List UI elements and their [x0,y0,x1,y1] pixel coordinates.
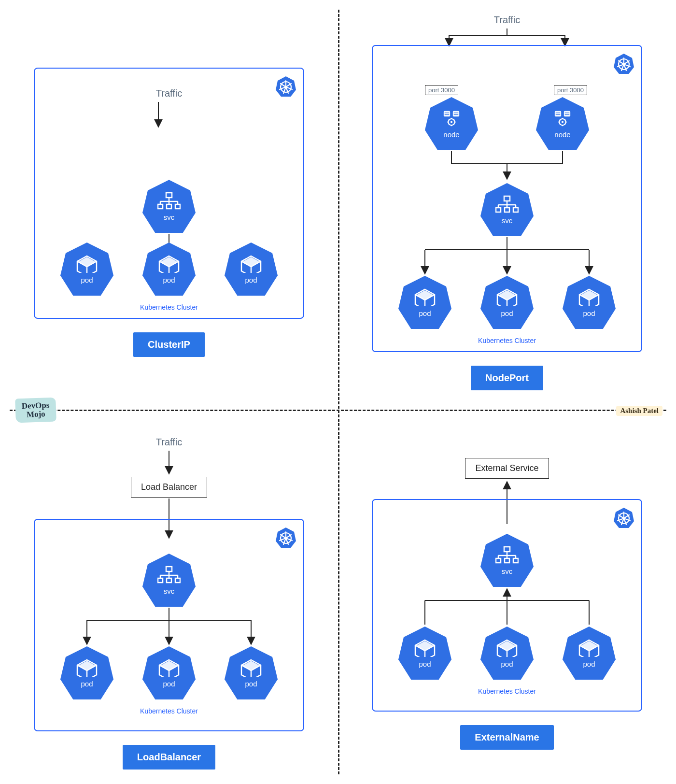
pod-label: pod [419,309,431,317]
external-service-box: External Service [465,458,549,479]
pod-label: pod [501,660,513,668]
kubernetes-icon [613,53,634,74]
svc-label: svc [502,216,513,225]
traffic-label: Traffic [494,14,520,26]
pod-label: pod [163,680,175,688]
svc-icon: svc [480,183,534,236]
node-icon: node [536,97,589,150]
load-balancer-box: Load Balancer [131,477,207,498]
pod-icon: pod [480,627,534,680]
service-type-title: NodePort [471,366,543,390]
pod-icon: pod [142,242,196,296]
cluster-caption: Kubernetes Cluster [478,337,536,344]
pod-icon: pod [480,276,534,329]
pod-icon: pod [398,627,451,680]
pod-label: pod [245,276,257,284]
pod-icon: pod [225,646,278,699]
svc-label: svc [164,213,175,221]
quadrant-externalname: External Service svc pod pod pod Kuberne… [338,410,676,784]
svc-label: svc [164,587,175,595]
traffic-label: Traffic [156,437,182,448]
pod-label: pod [583,660,595,668]
pod-icon: pod [60,242,113,296]
cluster-caption: Kubernetes Cluster [140,707,198,715]
pod-label: pod [81,276,93,284]
pod-label: pod [245,680,257,688]
cluster-box: port 3000 node port 3000 node svc [372,45,642,352]
traffic-label: Traffic [156,88,182,99]
pod-label: pod [163,276,175,284]
pod-label: pod [501,309,513,317]
quadrant-clusterip: Traffic svc pod pod [0,0,338,410]
pod-icon: pod [563,276,616,329]
service-type-title: ExternalName [460,725,553,750]
svc-icon: svc [142,180,196,233]
svc-label: svc [502,567,513,575]
quadrant-nodeport: Traffic port 3000 node port 3000 node [338,0,676,410]
cluster-box: Traffic svc pod pod [34,68,304,319]
pod-label: pod [419,660,431,668]
cluster-box: svc pod pod pod Kubernetes Cluster [34,519,304,731]
kubernetes-icon [275,527,296,548]
pod-icon: pod [398,276,451,329]
node-label: node [554,130,570,139]
cluster-caption: Kubernetes Cluster [478,687,536,695]
node-icon: node [425,97,478,150]
pod-label: pod [583,309,595,317]
node-label: node [443,130,459,139]
cluster-caption: Kubernetes Cluster [140,303,198,311]
pod-icon: pod [563,627,616,680]
diagram-grid: Traffic svc pod pod [0,0,676,784]
pod-icon: pod [142,646,196,699]
kubernetes-icon [613,507,634,528]
pod-icon: pod [60,646,113,699]
pod-label: pod [81,680,93,688]
port-label: port 3000 [554,85,587,95]
service-type-title: ClusterIP [133,332,205,357]
svc-icon: svc [480,534,534,587]
port-label: port 3000 [425,85,458,95]
cluster-box: svc pod pod pod Kubernetes Cluster [372,499,642,712]
pod-icon: pod [225,242,278,296]
service-type-title: LoadBalancer [123,745,215,770]
quadrant-loadbalancer: Traffic Load Balancer svc pod pod pod Ku… [0,410,338,784]
svc-icon: svc [142,554,196,607]
kubernetes-icon [275,75,296,97]
